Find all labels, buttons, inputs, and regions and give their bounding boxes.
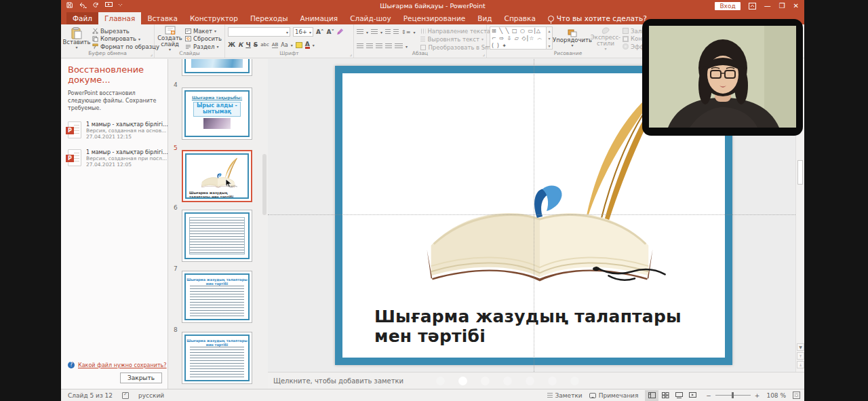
fit-slide-to-window-icon[interactable]	[793, 392, 800, 399]
change-case-button[interactable]: Аа	[281, 42, 288, 48]
copy-icon	[92, 36, 98, 42]
sign-in-button[interactable]: Вход	[715, 2, 740, 10]
underline-button[interactable]: Ч	[245, 41, 250, 48]
decrease-indent-icon[interactable]	[385, 29, 391, 35]
line-spacing-icon[interactable]: ⇕≡	[401, 29, 410, 35]
align-center-icon[interactable]	[366, 43, 373, 49]
zoom-out-button[interactable]: −	[706, 392, 711, 399]
section-button[interactable]: Раздел▾	[185, 43, 222, 50]
slide-sorter-view-button[interactable]	[658, 390, 672, 401]
columns-icon[interactable]	[395, 43, 403, 49]
presenter-person	[649, 26, 796, 128]
language-indicator[interactable]: русский	[138, 392, 164, 399]
scroll-down-button[interactable]: ▼	[797, 343, 804, 351]
zoom-slider-thumb[interactable]	[732, 392, 734, 398]
numbering-icon[interactable]	[371, 29, 378, 35]
font-color-button[interactable]: А	[305, 41, 310, 49]
copy-button[interactable]: Копировать▾	[92, 35, 159, 43]
tab-view[interactable]: Вид	[471, 12, 498, 24]
quick-styles-button[interactable]: Экспресс-стили▾	[592, 26, 619, 51]
paragraph-dialog-launcher[interactable]: ⌟	[483, 52, 485, 57]
new-slide-button[interactable]: Создать слайд▾	[157, 26, 182, 51]
webcam-video	[649, 26, 796, 128]
slide-thumbnail-7[interactable]: Шығарма жазудың талаптары мен тәртібі	[182, 271, 252, 323]
slide-thumbnail-3[interactable]	[182, 59, 252, 76]
spell-check-icon[interactable]	[122, 392, 129, 399]
bullets-icon[interactable]	[357, 29, 363, 35]
slide-counter[interactable]: Слайд 5 из 12	[68, 392, 113, 399]
maximize-button[interactable]: ❐	[779, 1, 785, 11]
tab-review[interactable]: Рецензирование	[397, 12, 472, 24]
view-switcher	[645, 390, 699, 401]
shapes-gallery-scroll[interactable]: ▴▾▾	[547, 26, 553, 50]
tab-slideshow[interactable]: Слайд-шоу	[344, 12, 397, 24]
comments-toggle[interactable]: Примечания	[589, 392, 639, 399]
tab-transitions[interactable]: Переходы	[244, 12, 294, 24]
highlight-color-button[interactable]	[296, 42, 302, 48]
recovered-file-item[interactable]: P 1 мамыр - халықтар бірлігі... Версия, …	[68, 121, 161, 140]
slide-thumbnail-4[interactable]: Шығарма тақырыбы: Ырыс алды - ынтымақ	[182, 88, 252, 140]
font-size-combobox[interactable]: 16+▾	[293, 27, 313, 37]
character-spacing-button[interactable]: АВ	[272, 42, 279, 48]
webcam-overlay	[642, 19, 803, 136]
tab-animations[interactable]: Анимация	[294, 12, 344, 24]
slide-thumbnail-5-selected[interactable]: Шығарма жазудың талаптары мен тәртібі	[182, 150, 252, 202]
increase-font-size-button[interactable]: А˄	[316, 28, 323, 35]
strikethrough-button[interactable]: S	[254, 41, 258, 48]
slide-thumbnail-8[interactable]: Шығарма жазудың талаптары мен тәртібі	[182, 332, 252, 384]
reading-view-button[interactable]	[672, 390, 686, 401]
shape-fill-icon	[623, 28, 629, 34]
minimize-button[interactable]: —	[764, 1, 771, 11]
clear-formatting-button[interactable]: 🖉	[337, 28, 343, 35]
recovery-title: Восстановление докуме...	[68, 64, 161, 85]
increase-indent-icon[interactable]	[393, 29, 399, 35]
normal-view-button[interactable]	[645, 390, 658, 401]
tab-file[interactable]: Файл	[66, 12, 98, 24]
shapes-gallery[interactable]: ⊞ ╲ ╲ □ ○ ▭|△ ⌐ ⇨ ⇩ ▱ ◇|☆ ︵ ( ) ✦	[490, 26, 547, 50]
slide-title-text[interactable]: Шығарма жазудың талаптары мен тәртібі	[374, 307, 686, 347]
previous-slide-button[interactable]: ⫯	[797, 352, 804, 360]
ribbon-display-options-icon[interactable]	[749, 3, 756, 9]
tab-insert[interactable]: Вставка	[141, 12, 184, 24]
notes-toggle[interactable]: Заметки	[547, 392, 583, 399]
text-direction-icon	[420, 28, 426, 33]
italic-button[interactable]: К	[238, 41, 243, 48]
decrease-font-size-button[interactable]: А˅	[326, 28, 334, 35]
tab-home[interactable]: Главная	[98, 12, 141, 24]
scrollbar-thumb[interactable]	[797, 160, 803, 185]
notes-pane[interactable]: Щелкните, чтобы добавить заметки	[268, 372, 804, 389]
format-painter-button[interactable]: Формат по образцу	[92, 43, 159, 50]
zoom-level[interactable]: 108 %	[766, 392, 786, 399]
font-name-combobox[interactable]: ▾	[228, 27, 290, 37]
justify-icon[interactable]	[385, 43, 392, 49]
slide-thumbnail-6[interactable]	[182, 210, 252, 262]
slide-thumbnails-pane: 4 Шығарма тақырыбы: Ырыс алды - ынтымақ …	[168, 59, 268, 389]
tab-help[interactable]: Справка	[498, 12, 542, 24]
slideshow-view-button[interactable]	[686, 390, 699, 401]
tab-design[interactable]: Конструктор	[184, 12, 244, 24]
recovery-help-link[interactable]: Какой файл нужно сохранить?	[78, 362, 167, 368]
text-shadow-button[interactable]: abc	[260, 42, 269, 47]
reading-view-icon	[675, 392, 683, 398]
arrange-button[interactable]: Упорядочить▾	[556, 26, 589, 51]
align-left-icon[interactable]	[357, 43, 363, 49]
zoom-in-button[interactable]: +	[755, 392, 760, 399]
reset-button[interactable]: Сбросить	[185, 35, 222, 43]
recovery-close-button[interactable]: Закрыть	[120, 373, 162, 383]
paste-button[interactable]: Вставить▾	[64, 26, 90, 51]
thumbnails-scrollbar[interactable]	[262, 154, 267, 215]
layout-button[interactable]: Макет▾	[185, 27, 222, 35]
font-dialog-launcher[interactable]: ⌟	[350, 52, 352, 57]
slideshow-icon	[689, 392, 696, 398]
slide6-text-lines	[190, 220, 244, 255]
tell-me-box[interactable]: Что вы хотите сделать?	[542, 12, 653, 24]
bold-button[interactable]: Ж	[228, 41, 235, 48]
recovered-file-item[interactable]: P 1 мамыр - халықтар бірлігі... Версия, …	[68, 149, 161, 168]
clipboard-dialog-launcher[interactable]: ⌟	[151, 52, 153, 57]
next-slide-button[interactable]: ⫰	[797, 361, 804, 368]
align-right-icon[interactable]	[376, 43, 382, 49]
close-button[interactable]: ✕	[793, 1, 799, 11]
zoom-slider[interactable]	[715, 395, 751, 396]
cut-button[interactable]: Вырезать	[92, 27, 159, 35]
overlay-dots	[436, 377, 579, 385]
